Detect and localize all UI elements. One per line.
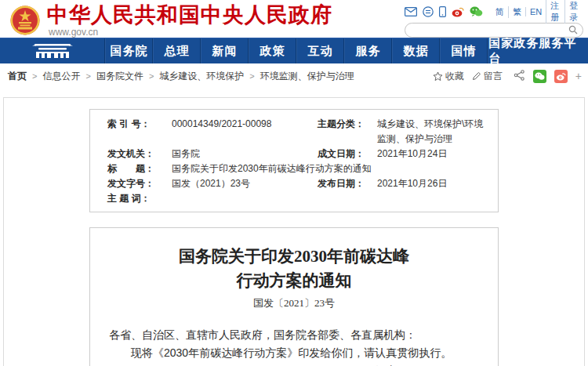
search-bar	[405, 23, 583, 38]
document-paper: 国务院关于印发2030年前碳达峰 行动方案的通知 国发〔2021〕23号 各省、…	[89, 227, 499, 366]
crumb-info-disclosure[interactable]: 信息公开	[42, 70, 80, 83]
star-icon	[433, 71, 443, 82]
share-more-button[interactable]: +	[575, 71, 582, 82]
meta-category-label: 主题分类：	[318, 117, 377, 147]
meta-index-value: 000014349/2021-00098	[172, 117, 318, 147]
site-brand[interactable]: 中华人民共和国中央人民政府 www.gov.cn	[9, 3, 332, 38]
lang-traditional[interactable]: 繁	[508, 6, 525, 18]
nav-item-premier[interactable]: 总理	[153, 38, 201, 63]
nav-item-policy[interactable]: 政策	[249, 38, 296, 63]
meta-index-label: 索 引 号：	[107, 117, 172, 147]
comment-label: 留言	[484, 70, 503, 83]
meta-agency-value: 国务院	[172, 147, 318, 161]
nav-item-interact[interactable]: 互动	[296, 38, 344, 63]
document-body: 各省、自治区、直辖市人民政府，国务院各部委、各直属机构： 现将《2030年前碳达…	[109, 326, 479, 366]
meta-category-value: 城乡建设、环境保护\环境监测、保护与治理	[377, 117, 490, 147]
mail-icon[interactable]	[405, 7, 417, 16]
document-salutation: 各省、自治区、直辖市人民政府，国务院各部委、各直属机构：	[109, 326, 479, 344]
meta-publish-date-value: 2021年10月26日	[377, 176, 490, 191]
document-paragraph: 现将《2030年前碳达峰行动方案》印发给你们，请认真贯彻执行。	[109, 344, 479, 362]
crumb-separator: >	[149, 71, 154, 81]
share-wechat-icon[interactable]	[533, 70, 546, 83]
share-weibo-icon[interactable]	[554, 70, 568, 83]
site-title: 中华人民共和国中央人民政府	[47, 3, 332, 27]
crumb-env-monitoring[interactable]: 环境监测、保护与治理	[260, 70, 354, 83]
meta-doc-no-value: 国发（2021）23号	[172, 176, 318, 191]
meta-written-date-label: 成文日期：	[318, 147, 377, 161]
document-title: 国务院关于印发2030年前碳达峰 行动方案的通知	[109, 245, 479, 293]
site-header: 中华人民共和国中央人民政府 www.gov.cn 简繁EN注册登录	[0, 0, 588, 38]
meta-written-date-value: 2021年10月24日	[377, 147, 490, 161]
wechat-icon[interactable]	[470, 6, 483, 17]
crumb-separator: >	[249, 71, 254, 81]
national-emblem-icon	[9, 5, 41, 36]
crumb-state-council-docs[interactable]: 国务院文件	[96, 70, 143, 83]
crumb-separator: >	[32, 71, 37, 81]
share-icon[interactable]	[514, 70, 525, 83]
doc-meta-table: 索 引 号： 000014349/2021-00098 主题分类： 城乡建设、环…	[89, 109, 499, 212]
register-link[interactable]: 注册	[546, 0, 564, 24]
document-signer: 国务院	[338, 362, 419, 366]
meta-keywords-value	[172, 191, 490, 206]
lang-simplified[interactable]: 简	[492, 6, 508, 18]
meta-title-value: 国务院关于印发2030年前碳达峰行动方案的通知	[172, 161, 490, 176]
weibo-icon[interactable]	[452, 6, 464, 17]
lang-links: 简繁EN注册登录	[492, 0, 583, 24]
meta-title-label: 标 题：	[107, 161, 172, 176]
lang-english[interactable]: EN	[525, 7, 546, 16]
mobile-icon[interactable]	[439, 6, 446, 17]
nav-item-data[interactable]: 数据	[392, 38, 440, 63]
nav-item-news[interactable]: 新闻	[201, 38, 249, 63]
breadcrumb: 首页 > 信息公开 > 国务院文件 > 城乡建设、环境保护 > 环境监测、保护与…	[8, 70, 354, 83]
breadcrumb-row: 首页 > 信息公开 > 国务院文件 > 城乡建设、环境保护 > 环境监测、保护与…	[0, 63, 588, 89]
comment-button[interactable]: 留言	[472, 70, 503, 83]
content-panel: 索 引 号： 000014349/2021-00098 主题分类： 城乡建设、环…	[3, 97, 585, 366]
site-url: www.gov.cn	[47, 27, 332, 38]
search-input[interactable]	[413, 26, 568, 35]
nav-item-services[interactable]: 服务	[344, 38, 392, 63]
crumb-urban-env[interactable]: 城乡建设、环境保护	[159, 70, 244, 83]
message-circle-icon[interactable]	[423, 6, 434, 17]
nav-item-gov-service-platform[interactable]: 国家政务服务平台	[488, 38, 588, 63]
nav-home-tiananmen[interactable]	[0, 38, 105, 63]
meta-agency-label: 发文机关：	[107, 147, 172, 161]
meta-doc-no-label: 发文字号：	[107, 176, 172, 191]
search-icon[interactable]	[568, 24, 578, 38]
crumb-separator: >	[85, 71, 90, 81]
crumb-home[interactable]: 首页	[8, 70, 27, 83]
pencil-icon	[472, 71, 481, 81]
signature-block: 国务院 2021年10月24日	[109, 362, 479, 366]
nav-item-state-council[interactable]: 国务院	[105, 38, 153, 63]
nav-item-national[interactable]: 国情	[440, 38, 488, 63]
main-nav: 国务院 总理 新闻 政策 互动 服务 数据 国情 国家政务服务平台	[0, 38, 588, 63]
meta-keywords-label: 主 题 词：	[107, 191, 172, 206]
meta-publish-date-label: 发布日期：	[318, 176, 377, 191]
login-link[interactable]: 登录	[564, 0, 583, 24]
document-number: 国发〔2021〕23号	[109, 296, 479, 310]
tiananmen-icon	[27, 42, 78, 60]
favorite-button[interactable]: 收藏	[433, 70, 464, 83]
favorite-label: 收藏	[445, 70, 464, 83]
